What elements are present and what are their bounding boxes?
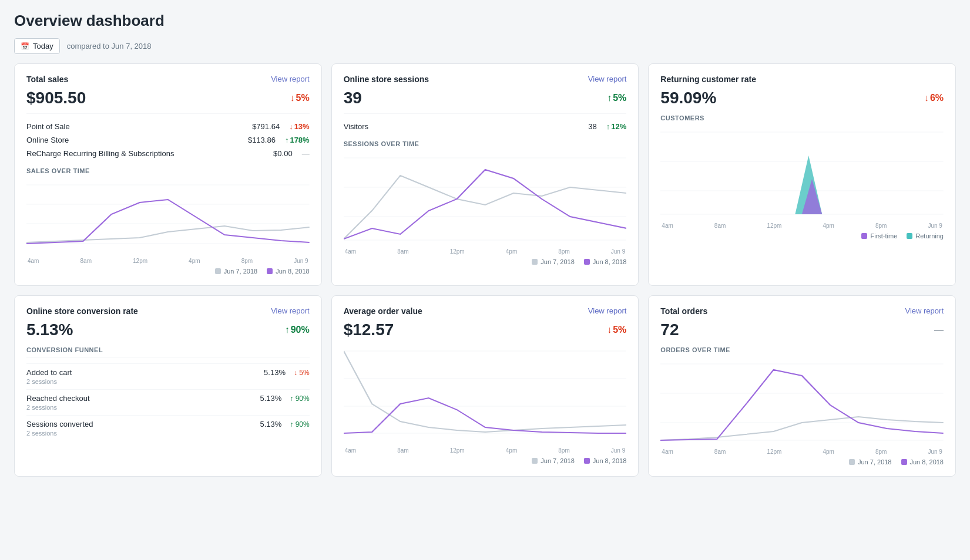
today-button[interactable]: 📅 Today xyxy=(14,38,60,54)
orders-legend-jun8: Jun 8, 2018 xyxy=(901,458,944,465)
orders-legend: Jun 7, 2018 Jun 8, 2018 xyxy=(660,458,944,465)
avg-order-title: Average order value xyxy=(344,306,422,316)
sessions-value: 39 xyxy=(344,89,362,107)
visitors-label: Visitors xyxy=(344,122,368,131)
sessions-legend-jun7: Jun 7, 2018 xyxy=(532,258,575,265)
returning-x-axis: 4am 8am 12pm 4pm 8pm Jun 9 xyxy=(660,222,944,229)
legend-purple-dot xyxy=(901,459,907,465)
sales-chart xyxy=(26,179,310,255)
legend-gray-dot xyxy=(849,459,855,465)
sales-chart-wrapper: 4am 8am 12pm 4pm 8pm Jun 9 xyxy=(26,179,310,264)
dashboard-grid: Total sales View report $905.50 5% Point… xyxy=(14,63,956,477)
sessions-title: Online store sessions xyxy=(344,75,429,84)
avg-order-chart-wrapper: 4am 8am 12pm 4pm 8pm Jun 9 xyxy=(344,345,627,454)
funnel-rows: Added to cart 2 sessions 5.13% ↓ 5% Reac… xyxy=(26,357,310,441)
visitors-row: Visitors 38 12% xyxy=(344,120,627,133)
legend-purple-dot xyxy=(584,458,590,464)
returning-rate-change: 6% xyxy=(924,93,944,103)
funnel-label: CONVERSION FUNNEL xyxy=(26,346,310,353)
sales-over-time-label: SALES OVER TIME xyxy=(26,167,310,174)
sales-chart-svg xyxy=(26,179,310,255)
arrow-up-icon xyxy=(606,122,612,131)
sessions-over-time-label: SESSIONS OVER TIME xyxy=(344,140,627,147)
funnel-row-checkout: Reached checkout 2 sessions 5.13% ↑ 90% xyxy=(26,389,310,415)
today-label: Today xyxy=(33,42,53,50)
orders-over-time-label: ORDERS OVER TIME xyxy=(660,346,944,353)
compare-text: compared to Jun 7, 2018 xyxy=(67,42,152,50)
arrow-up-icon xyxy=(285,136,290,144)
sessions-sub-rows: Visitors 38 12% xyxy=(344,113,627,133)
sessions-change: 5% xyxy=(607,93,626,103)
conversion-view-report[interactable]: View report xyxy=(271,306,310,315)
avg-order-chart xyxy=(344,345,627,445)
avg-order-legend: Jun 7, 2018 Jun 8, 2018 xyxy=(344,457,627,464)
conversion-change: 90% xyxy=(285,325,310,335)
total-orders-card: Total orders View report 72 — ORDERS OVE… xyxy=(648,295,956,477)
funnel-row-converted: Sessions converted 2 sessions 5.13% ↑ 90… xyxy=(26,415,310,441)
returning-rate-value: 59.09% xyxy=(660,89,716,107)
sessions-view-report[interactable]: View report xyxy=(588,75,627,83)
orders-chart xyxy=(660,358,944,446)
sessions-chart-wrapper: 4am 8am 12pm 4pm 8pm Jun 9 xyxy=(344,152,627,255)
legend-purple-dot xyxy=(584,259,590,265)
recharge-label: ReCharge Recurring Billing & Subscriptio… xyxy=(26,149,174,158)
avg-order-value: $12.57 xyxy=(344,321,394,339)
arrow-down-icon xyxy=(607,325,613,335)
pos-label: Point of Sale xyxy=(26,122,70,131)
date-bar: 📅 Today compared to Jun 7, 2018 xyxy=(14,38,956,54)
online-label: Online Store xyxy=(26,136,69,144)
returning-chart xyxy=(660,126,944,220)
funnel-row-cart: Added to cart 2 sessions 5.13% ↓ 5% xyxy=(26,363,310,389)
conversion-value: 5.13% xyxy=(26,321,73,339)
arrow-up-icon xyxy=(607,93,613,103)
avg-order-chart-svg xyxy=(344,345,627,445)
sessions-chart-svg xyxy=(344,152,627,246)
arrow-down-icon xyxy=(924,93,930,103)
customers-label: CUSTOMERS xyxy=(660,114,944,122)
avg-legend-jun7: Jun 7, 2018 xyxy=(532,457,575,464)
returning-legend-firsttime: First-time xyxy=(861,232,897,239)
sub-row-online: Online Store $113.86 178% xyxy=(26,133,310,147)
returning-rate-card: Returning customer rate 59.09% 6% CUSTOM… xyxy=(648,63,956,286)
arrow-up-icon xyxy=(285,325,291,335)
orders-chart-wrapper: 4am 8am 12pm 4pm 8pm Jun 9 xyxy=(660,358,944,455)
returning-chart-svg xyxy=(660,126,944,220)
total-orders-change: — xyxy=(934,325,944,335)
total-sales-title: Total sales xyxy=(26,75,68,84)
sessions-card: Online store sessions View report 39 5% … xyxy=(331,63,639,286)
sessions-legend: Jun 7, 2018 Jun 8, 2018 xyxy=(344,258,627,265)
returning-rate-title: Returning customer rate xyxy=(660,75,756,84)
page-title: Overview dashboard xyxy=(14,12,956,30)
sessions-x-axis: 4am 8am 12pm 4pm 8pm Jun 9 xyxy=(344,248,627,255)
avg-order-card: Average order value View report $12.57 5… xyxy=(331,295,639,477)
total-orders-view-report[interactable]: View report xyxy=(905,306,944,315)
page-container: Overview dashboard 📅 Today compared to J… xyxy=(0,0,970,488)
sessions-legend-jun8: Jun 8, 2018 xyxy=(584,258,627,265)
avg-order-change: 5% xyxy=(607,325,626,335)
returning-legend: First-time Returning xyxy=(660,232,944,239)
conversion-card: Online store conversion rate View report… xyxy=(14,295,322,477)
legend-gray-dot xyxy=(532,259,538,265)
total-sales-card: Total sales View report $905.50 5% Point… xyxy=(14,63,322,286)
total-orders-title: Total orders xyxy=(660,306,707,316)
total-sales-sub-rows: Point of Sale $791.64 13% Online Store $… xyxy=(26,113,310,160)
legend-purple-dot xyxy=(267,268,273,274)
total-sales-view-report[interactable]: View report xyxy=(271,75,310,83)
legend-jun8: Jun 8, 2018 xyxy=(267,268,310,275)
returning-legend-returning: Returning xyxy=(907,232,944,239)
sub-row-recharge: ReCharge Recurring Billing & Subscriptio… xyxy=(26,147,310,160)
returning-chart-wrapper: 4am 8am 12pm 4pm 8pm Jun 9 xyxy=(660,126,944,229)
avg-order-x-axis: 4am 8am 12pm 4pm 8pm Jun 9 xyxy=(344,447,627,454)
avg-legend-jun8: Jun 8, 2018 xyxy=(584,457,627,464)
legend-teal-dot xyxy=(907,233,912,239)
orders-x-axis: 4am 8am 12pm 4pm 8pm Jun 9 xyxy=(660,448,944,455)
legend-purple-dot xyxy=(861,233,867,239)
arrow-down-icon xyxy=(289,122,294,131)
sessions-chart xyxy=(344,152,627,246)
orders-legend-jun7: Jun 7, 2018 xyxy=(849,458,892,465)
total-sales-value: $905.50 xyxy=(26,89,86,107)
arrow-down-icon xyxy=(290,93,296,103)
total-sales-change: 5% xyxy=(290,93,310,103)
calendar-icon: 📅 xyxy=(21,42,29,50)
avg-order-view-report[interactable]: View report xyxy=(588,306,627,315)
